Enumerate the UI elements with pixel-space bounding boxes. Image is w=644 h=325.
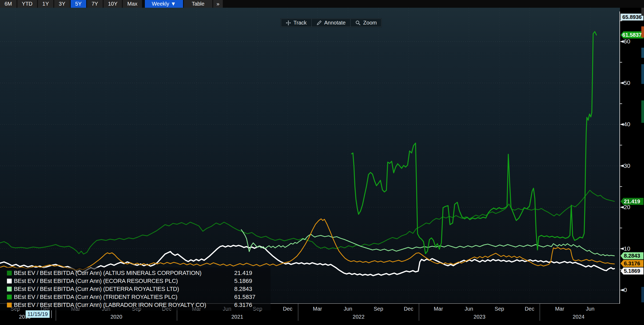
legend-label: BEst EV / BEst EBITDA (Curr Ann) (LABRAD… <box>14 302 206 308</box>
table-button[interactable]: Table <box>184 0 213 8</box>
legend-last-value: 21.419 <box>234 270 252 277</box>
crosshair-icon <box>286 20 291 26</box>
legend-label: BEst EV / BEst EBITDA (Curr Ann) (TRIDEN… <box>14 294 177 300</box>
x-tick-label-11: Jun <box>344 306 352 312</box>
range-button-6m[interactable]: 6M <box>0 0 17 8</box>
legend-label: BEst EV / BEst EBITDA (Curr Ann) (ECORA … <box>14 278 178 285</box>
gridlines <box>0 8 620 304</box>
series-legend: BEst EV / BEst EBITDA (Curr Ann) (ALTIUS… <box>0 267 271 310</box>
x-tick-label-16: Sep <box>495 306 504 312</box>
x-axis-ticks <box>0 11 620 307</box>
track-button[interactable]: Track <box>281 19 312 27</box>
legend-swatch <box>7 271 12 275</box>
year-label-2020: 2020 <box>110 314 122 320</box>
edge-strip-segment-4 <box>641 100 644 123</box>
legend-row-0[interactable]: BEst EV / BEst EBITDA (Curr Ann) (ALTIUS… <box>7 269 271 277</box>
chart-tool-group: TrackAnnotateZoom <box>281 18 382 27</box>
legend-label: BEst EV / BEst EBITDA (Curr Ann) (DETERR… <box>14 286 179 292</box>
legend-swatch <box>7 287 12 291</box>
y-tick-label-40: 40 <box>624 121 630 128</box>
year-separator <box>298 304 298 321</box>
magnifier-icon <box>355 20 361 26</box>
year-label-2022: 2022 <box>353 314 365 320</box>
y-tick-label-10: 10 <box>624 245 630 252</box>
last-value-badge-6.3176: 6.3176 <box>621 260 643 267</box>
last-value-badge-8.2843: 8.2843 <box>621 252 643 259</box>
legend-swatch <box>7 295 12 299</box>
legend-last-value: 5.1869 <box>234 278 252 285</box>
edge-strip-segment-1 <box>641 26 644 38</box>
x-tick-label-17: Dec <box>525 306 534 312</box>
y-tick-label-0: 0 <box>624 287 627 294</box>
zoom-button[interactable]: Zoom <box>351 19 381 27</box>
legend-last-value: 61.5837 <box>234 294 256 300</box>
x-tick-label-10: Mar <box>313 306 322 312</box>
series-line-deterra-royalties-ltd <box>241 230 614 256</box>
plot-area: TrackAnnotateZoom BEst EV / BEst EBITDA … <box>0 8 620 304</box>
year-label-2023: 2023 <box>474 314 486 320</box>
bloomberg-chart-window: 6MYTD1Y3Y5Y7Y10YMaxWeekly ▼Table» TrackA… <box>0 0 644 325</box>
text-cursor <box>51 310 52 318</box>
y-tick-label-50: 50 <box>624 80 630 87</box>
range-button-1y[interactable]: 1Y <box>38 0 54 8</box>
x-tick-label-19: Jun <box>586 306 594 312</box>
year-separator <box>419 304 419 321</box>
legend-row-3[interactable]: BEst EV / BEst EBITDA (Curr Ann) (TRIDEN… <box>7 293 271 301</box>
year-label-2024: 2024 <box>573 314 585 320</box>
last-value-badge-61.5837: 61.5837 <box>621 31 643 39</box>
y-tick-label-30: 30 <box>624 162 630 169</box>
axis-high-badge: 65.8936 <box>621 14 643 21</box>
legend-swatch <box>7 303 12 307</box>
range-button-max[interactable]: Max <box>123 0 142 8</box>
last-value-badge-5.1869: 5.1869 <box>621 267 643 275</box>
range-button-5y[interactable]: 5Y <box>71 0 86 8</box>
range-button-10y[interactable]: 10Y <box>104 0 122 8</box>
series-line-altius-minerals-corporation <box>0 190 614 254</box>
legend-last-value: 8.2843 <box>234 286 252 292</box>
edge-strip-segment-0 <box>641 8 644 16</box>
series-line-trident-royalties-plc <box>352 32 597 254</box>
legend-row-4[interactable]: BEst EV / BEst EBITDA (Curr Ann) (LABRAD… <box>7 301 271 309</box>
x-tick-label-15: Jun <box>464 306 473 312</box>
edge-strip-segment-5 <box>641 287 644 302</box>
pencil-icon <box>316 20 322 26</box>
edge-strip-segment-2 <box>641 48 644 58</box>
frequency-dropdown[interactable]: Weekly ▼ <box>145 0 183 8</box>
tool-label: Annotate <box>324 20 345 26</box>
legend-label: BEst EV / BEst EBITDA (Curr Ann) (ALTIUS… <box>14 270 201 277</box>
x-tick-label-9: Dec <box>283 306 292 312</box>
legend-row-1[interactable]: BEst EV / BEst EBITDA (Curr Ann) (ECORA … <box>7 277 271 285</box>
legend-row-2[interactable]: BEst EV / BEst EBITDA (Curr Ann) (DETERR… <box>7 285 271 293</box>
y-tick-label-60: 60 <box>624 38 630 45</box>
legend-last-value: 6.3176 <box>234 302 252 308</box>
chart-toolbar: 6MYTD1Y3Y5Y7Y10YMaxWeekly ▼Table» <box>0 0 644 8</box>
edge-strip-segment-3 <box>641 64 644 84</box>
x-tick-label-12: Sep <box>374 306 383 312</box>
tool-label: Track <box>293 20 307 26</box>
range-button-7y[interactable]: 7Y <box>87 0 103 8</box>
range-button-ytd[interactable]: YTD <box>17 0 37 8</box>
range-button-3y[interactable]: 3Y <box>54 0 70 8</box>
year-label-2021: 2021 <box>231 314 243 320</box>
last-value-badge-21.419: 21.419 <box>621 198 643 205</box>
start-date-input[interactable]: 11/15/19 <box>26 310 50 318</box>
legend-swatch <box>7 279 12 283</box>
series-lines <box>0 32 614 276</box>
annotate-button[interactable]: Annotate <box>312 19 351 27</box>
y-axis-panel: 010203040506065.893661.583721.4198.28436… <box>620 8 644 304</box>
year-separator <box>540 304 540 321</box>
x-tick-label-18: Mar <box>555 306 564 312</box>
tool-label: Zoom <box>363 20 377 26</box>
x-tick-label-14: Mar <box>434 306 443 312</box>
toolbar-overflow-button[interactable]: » <box>213 0 223 8</box>
x-tick-label-13: Dec <box>404 306 414 312</box>
